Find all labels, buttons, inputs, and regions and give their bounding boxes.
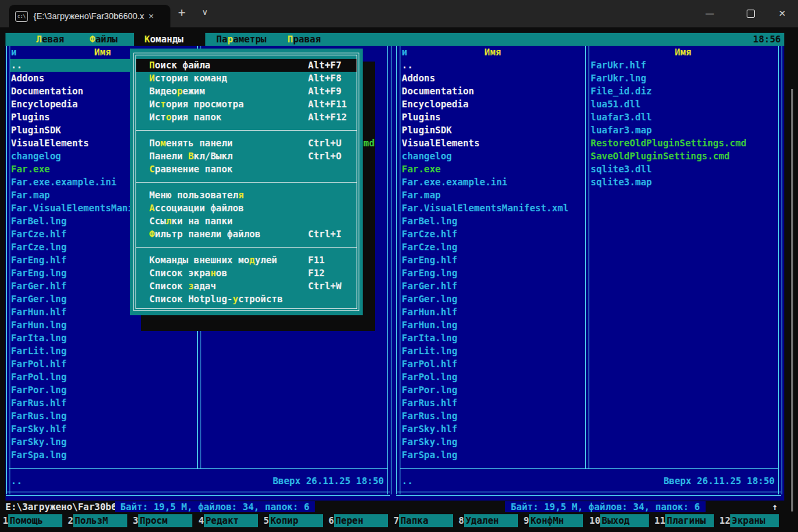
file-row[interactable]: FarBel.lng <box>11 215 66 228</box>
right-col2-header[interactable]: Имя <box>589 46 777 59</box>
menu-bar-item[interactable]: Команды <box>144 33 183 46</box>
file-row[interactable]: Far.VisualElementsManifest.xml <box>402 202 569 215</box>
file-row[interactable]: PluginSDK <box>402 124 452 137</box>
file-row[interactable]: FarPol.lng <box>402 371 457 384</box>
menu-item[interactable]: Ассоциации файлов <box>130 202 363 215</box>
fkey-9[interactable]: 9КонфМн <box>524 514 583 527</box>
file-row[interactable]: FarEng.lng <box>402 267 457 280</box>
fkey-3[interactable]: 3Просм <box>133 514 192 527</box>
file-row[interactable]: FarRus.lng <box>11 410 66 423</box>
menu-item[interactable]: История командAlt+F8 <box>130 72 363 85</box>
file-row[interactable]: RestoreOldPluginSettings.cmd <box>591 137 747 150</box>
file-row[interactable]: FarIta.lng <box>402 332 457 345</box>
file-row[interactable]: FarRus.lng <box>402 410 457 423</box>
file-row[interactable]: Plugins <box>11 111 50 124</box>
file-row[interactable]: Far.map <box>402 189 441 202</box>
file-row[interactable]: VisualElements <box>11 137 89 150</box>
file-row[interactable]: FarUkr.lng <box>591 72 646 85</box>
new-tab-button[interactable]: + <box>178 5 185 21</box>
file-row[interactable]: FarEng.hlf <box>11 254 66 267</box>
file-row[interactable]: Far.exe <box>11 163 50 176</box>
file-row[interactable]: changelog <box>402 150 452 163</box>
file-row[interactable]: luafar3.map <box>591 124 652 137</box>
close-button[interactable]: × <box>767 0 798 27</box>
file-row[interactable]: FarPol.hlf <box>402 358 457 371</box>
file-row[interactable]: FarBel.lng <box>402 215 457 228</box>
history-up-arrow-icon[interactable]: ↑ <box>772 501 777 514</box>
terminal-tab[interactable]: c:\ {E:\Загружено\Far30b6600.x6 × <box>9 5 170 27</box>
file-row[interactable]: File_id.diz <box>591 85 652 98</box>
file-row[interactable]: FarPor.lng <box>11 384 66 397</box>
file-row[interactable]: FarUkr.hlf <box>591 59 646 72</box>
menu-item[interactable]: Меню пользователя <box>130 189 363 202</box>
maximize-button[interactable] <box>735 0 767 27</box>
chevron-down-icon[interactable]: ∨ <box>202 8 208 17</box>
file-row[interactable]: FarHun.lng <box>402 319 457 332</box>
menu-item[interactable]: Сравнение папок <box>130 163 363 176</box>
file-row[interactable]: SaveOldPluginSettings.cmd <box>591 150 730 163</box>
file-row[interactable]: FarLit.lng <box>402 345 457 358</box>
file-row[interactable]: Encyclopedia <box>402 98 469 111</box>
fkey-6[interactable]: 6Перен <box>329 514 388 527</box>
minimize-button[interactable]: — <box>694 0 725 27</box>
file-row[interactable]: FarLit.lng <box>11 345 66 358</box>
fkey-5[interactable]: 5Копир <box>263 514 323 527</box>
file-row[interactable]: FarSpa.lng <box>11 449 66 462</box>
fkey-11[interactable]: 11Плагины <box>654 514 714 527</box>
file-row[interactable]: Documentation <box>11 85 83 98</box>
file-row[interactable]: FarRus.hlf <box>402 397 457 410</box>
menu-bar-item[interactable]: Файлы <box>90 33 118 46</box>
file-row[interactable]: luafar3.dll <box>591 111 652 124</box>
file-row[interactable]: .. <box>402 59 413 72</box>
file-row[interactable]: sqlite3.dll <box>591 163 652 176</box>
file-row[interactable]: FarSky.hlf <box>11 423 66 436</box>
file-row[interactable]: FarHun.hlf <box>11 306 66 319</box>
file-row[interactable]: FarGer.hlf <box>402 280 457 293</box>
fkey-7[interactable]: 7Папка <box>394 514 453 527</box>
fkey-1[interactable]: 1Помощь <box>3 514 62 527</box>
file-row[interactable]: FarCze.hlf <box>11 228 66 241</box>
file-row[interactable]: sqlite3.map <box>591 176 652 189</box>
menu-bar-item[interactable]: Параметры <box>216 33 266 46</box>
file-row[interactable]: Plugins <box>402 111 441 124</box>
fkey-2[interactable]: 2ПользМ <box>68 514 127 527</box>
menu-item[interactable]: Список экрановF12 <box>130 267 363 280</box>
file-row[interactable]: Far.exe.example.ini <box>11 176 116 189</box>
file-row[interactable]: FarGer.lng <box>11 293 66 306</box>
menu-bar-item[interactable]: Левая <box>36 33 64 46</box>
menu-item[interactable]: Фильтр панели файловCtrl+I <box>130 228 363 241</box>
terminal-scrollbar[interactable] <box>791 89 793 511</box>
menu-item[interactable]: Команды внешних модулейF11 <box>130 254 363 267</box>
file-row[interactable]: FarHun.hlf <box>402 306 457 319</box>
file-row[interactable]: FarCze.hlf <box>402 228 457 241</box>
menu-item[interactable]: ВидеорежимAlt+F9 <box>130 85 363 98</box>
file-row[interactable]: FarRus.hlf <box>11 397 66 410</box>
file-row[interactable]: FarGer.lng <box>402 293 457 306</box>
menu-item[interactable]: Поменять панелиCtrl+U <box>130 137 363 150</box>
file-row[interactable]: FarCze.lng <box>402 241 457 254</box>
right-col1-header[interactable]: Имя <box>402 46 584 59</box>
file-row[interactable]: .. <box>11 59 22 72</box>
file-row[interactable]: FarPol.lng <box>11 371 66 384</box>
menu-item[interactable]: Поиск файлаAlt+F7 <box>136 59 357 72</box>
menu-item[interactable]: Панели Вкл/ВыклCtrl+O <box>130 150 363 163</box>
file-row[interactable]: FarSky.lng <box>11 436 66 449</box>
menu-item[interactable]: История просмотраAlt+F11 <box>130 98 363 111</box>
file-row[interactable]: FarEng.lng <box>11 267 66 280</box>
file-row[interactable]: FarEng.hlf <box>402 254 457 267</box>
file-row[interactable]: PluginSDK <box>11 124 61 137</box>
file-row[interactable]: Far.exe <box>402 163 441 176</box>
menu-item[interactable]: История папокAlt+F12 <box>130 111 363 124</box>
file-row[interactable]: Documentation <box>402 85 474 98</box>
menu-item[interactable]: Ссылки на папки <box>130 215 363 228</box>
file-row[interactable]: FarPol.hlf <box>11 358 66 371</box>
file-row[interactable]: FarHun.lng <box>11 319 66 332</box>
file-row[interactable]: Addons <box>11 72 44 85</box>
file-row[interactable]: FarSky.hlf <box>402 423 457 436</box>
file-row[interactable]: FarIta.lng <box>11 332 66 345</box>
fkey-12[interactable]: 12Экраны <box>719 514 779 527</box>
file-row[interactable]: FarCze.lng <box>11 241 66 254</box>
menu-item[interactable]: Список задачCtrl+W <box>130 280 363 293</box>
tab-close-icon[interactable]: × <box>149 11 154 21</box>
file-row[interactable]: Addons <box>402 72 435 85</box>
